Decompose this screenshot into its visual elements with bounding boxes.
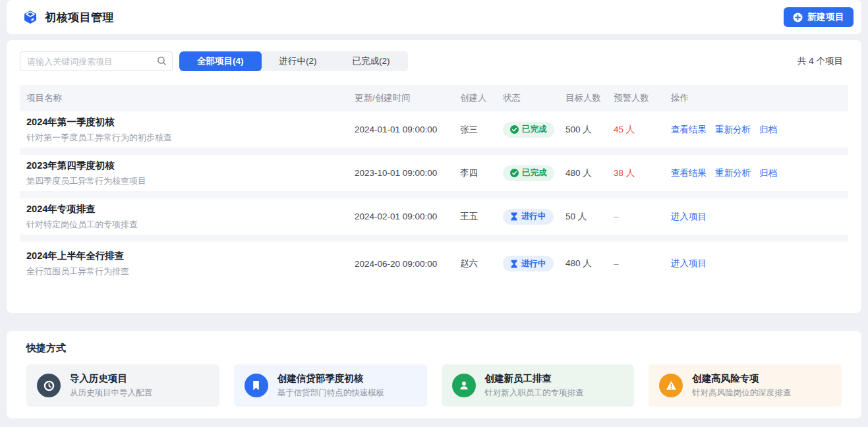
cube-icon [22,9,38,25]
status-badge: 已完成 [503,122,554,138]
shortcut-title: 导入历史项目 [70,372,152,385]
page-title: 初核项目管理 [45,10,114,25]
target-count: 480 人 [565,167,614,179]
filter-tabs: 全部项目(4) 进行中(2) 已完成(2) [179,51,408,71]
shortcut-high-risk-special[interactable]: 创建高风险专项 针对高风险岗位的深度排查 [649,364,842,407]
status-label: 已完成 [522,124,547,135]
warning-count: – [614,259,671,269]
col-update-time: 更新/创建时间 [355,92,460,104]
col-project-name: 项目名称 [20,92,355,104]
shortcut-import-history[interactable]: 导入历史项目 从历史项目中导入配置 [26,364,219,407]
plus-circle-icon [793,13,803,22]
check-circle-icon [510,125,519,134]
clock-icon [37,374,61,397]
warning-count: – [614,212,671,221]
check-circle-icon [510,169,519,177]
shortcuts-panel: 快捷方式 导入历史项目 从历史项目中导入配置 [7,331,861,418]
col-actions: 操作 [671,92,848,104]
shortcut-credit-dept-review[interactable]: 创建信贷部季度初核 基于信贷部门特点的快速模板 [234,364,427,407]
warning-icon [659,374,683,397]
shortcut-new-employee-screening[interactable]: 创建新员工排查 针对新入职员工的专项排查 [442,364,635,407]
status-badge: 已完成 [503,165,554,181]
action-reanalyze[interactable]: 重新分析 [715,167,751,179]
shortcuts-title: 快捷方式 [26,342,842,355]
hourglass-icon [510,212,518,221]
status-badge: 进行中 [503,256,554,271]
action-enter-project[interactable]: 进入项目 [671,258,707,270]
project-time: 2023-10-01 09:00:00 [355,168,460,178]
col-creator: 创建人 [460,92,503,104]
shortcut-subtitle: 从历史项目中导入配置 [70,387,152,399]
project-time: 2024-02-01 09:00:00 [355,212,460,221]
header-bar: 初核项目管理 新建项目 [7,0,861,34]
project-title: 2024年上半年全行排查 [26,250,355,262]
tab-in-progress[interactable]: 进行中(2) [262,51,335,71]
status-label: 进行中 [521,258,546,270]
action-reanalyze[interactable]: 重新分析 [715,124,751,136]
project-time: 2024-01-01 09:00:00 [355,125,460,134]
project-subtitle: 全行范围员工异常行为排查 [26,266,355,277]
status-label: 已完成 [522,167,547,179]
project-subtitle: 针对第一季度员工异常行为的初步核查 [26,132,355,144]
new-project-label: 新建项目 [807,11,844,23]
project-title: 2024年第一季度初核 [26,116,355,128]
hourglass-icon [510,260,518,268]
tab-all-projects[interactable]: 全部项目(4) [179,51,262,71]
action-view-results[interactable]: 查看结果 [671,124,707,136]
shortcuts-grid: 导入历史项目 从历史项目中导入配置 创建信贷部季度初核 基于信贷部门特点的快速模… [26,364,842,407]
search-box [20,51,173,71]
project-title: 2023年第四季度初核 [26,159,355,172]
target-count: 500 人 [565,124,614,136]
shortcut-title: 创建信贷部季度初核 [277,372,385,385]
action-enter-project[interactable]: 进入项目 [671,211,707,223]
target-count: 50 人 [565,211,614,223]
tab-completed[interactable]: 已完成(2) [335,51,408,71]
project-time: 2024-06-20 09:00:00 [355,259,460,269]
warning-count: 38 人 [614,167,671,179]
shortcut-title: 创建高风险专项 [692,372,791,385]
shortcut-title: 创建新员工排查 [485,372,584,385]
project-creator: 王五 [460,211,503,223]
action-archive[interactable]: 归档 [759,124,777,136]
table-row[interactable]: 2023年第四季度初核 第四季度员工异常行为核查项目 2023-10-01 09… [20,155,848,198]
col-status: 状态 [503,92,565,104]
project-creator: 李四 [460,167,503,179]
shortcut-subtitle: 针对高风险岗位的深度排查 [692,387,791,399]
status-label: 进行中 [521,211,546,222]
bookmark-icon [245,374,268,397]
search-icon[interactable] [157,56,167,69]
action-archive[interactable]: 归档 [759,167,777,179]
action-view-results[interactable]: 查看结果 [671,167,707,179]
status-badge: 进行中 [503,209,554,225]
table-row[interactable]: 2024年上半年全行排查 全行范围员工异常行为排查 2024-06-20 09:… [20,242,848,285]
target-count: 480 人 [565,258,614,270]
page: 初核项目管理 新建项目 [0,0,868,418]
new-project-button[interactable]: 新建项目 [784,7,854,27]
table-row[interactable]: 2024年专项排查 针对特定岗位员工的专项排查 2024-02-01 09:00… [20,198,848,242]
table-row[interactable]: 2024年第一季度初核 针对第一季度员工异常行为的初步核查 2024-01-01… [20,111,848,155]
warning-count: 45 人 [614,124,671,136]
col-target-count: 目标人数 [565,92,614,104]
project-list-panel: 全部项目(4) 进行中(2) 已完成(2) 共 4 个项目 项目名称 更新/创建… [7,40,861,313]
total-count: 共 4 个项目 [797,55,848,67]
toolbar: 全部项目(4) 进行中(2) 已完成(2) 共 4 个项目 [20,51,848,72]
shortcut-subtitle: 基于信贷部门特点的快速模板 [277,387,385,399]
project-creator: 赵六 [460,258,503,270]
col-warning-count: 预警人数 [614,92,671,104]
search-input[interactable] [20,51,173,71]
project-creator: 张三 [460,124,503,136]
project-subtitle: 针对特定岗位员工的专项排查 [26,219,355,231]
project-title: 2024年专项排查 [26,203,355,215]
project-subtitle: 第四季度员工异常行为核查项目 [26,175,355,187]
shortcut-subtitle: 针对新入职员工的专项排查 [485,387,584,399]
user-icon [452,374,476,397]
table-header: 项目名称 更新/创建时间 创建人 状态 目标人数 预警人数 操作 [20,85,848,111]
